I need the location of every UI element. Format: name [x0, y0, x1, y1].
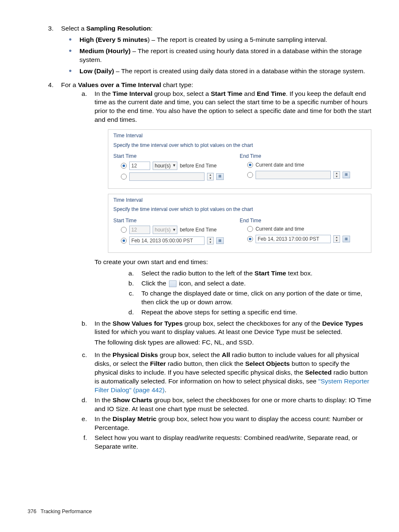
hours-input[interactable]: 12: [129, 226, 150, 234]
end-current-radio[interactable]: [247, 226, 253, 232]
step-number: 3.: [28, 24, 61, 78]
end-specific-radio[interactable]: [247, 236, 253, 242]
end-date-input[interactable]: [256, 171, 331, 179]
spinner[interactable]: ▲▼: [333, 235, 340, 243]
step4c: c. In the Physical Disks group box, sele…: [61, 351, 371, 395]
calendar-icon: [169, 280, 176, 287]
current-label: Current date and time: [256, 162, 304, 168]
end-label: End Time: [240, 153, 366, 159]
bullet-medium: •Medium (Hourly) – The report is created…: [61, 47, 371, 64]
own-c: c.To change the displayed date or time, …: [108, 289, 371, 307]
before-label: before End Time: [180, 162, 217, 169]
start-specific-radio[interactable]: [121, 174, 127, 180]
spinner[interactable]: ▲▼: [207, 173, 214, 180]
bullet-text: Low (Daily) – The report is created usin…: [79, 67, 371, 76]
bullet-dot: •: [61, 36, 79, 44]
page-number: 376: [28, 509, 36, 514]
start-date-input[interactable]: [129, 172, 205, 181]
chevron-down-icon: ▼: [172, 228, 176, 232]
step4e: e. In the Display Metric group box, sele…: [61, 415, 371, 432]
step4-lead: For a: [61, 81, 78, 88]
step4d: d. In the Show Charts group box, select …: [61, 396, 371, 414]
bullet-low: •Low (Daily) – The report is created usi…: [61, 67, 371, 76]
end-time-column: End Time Current date and time Feb 14, 2…: [240, 217, 366, 247]
hours-input[interactable]: 12: [129, 162, 150, 170]
group-title: Time Interval: [113, 132, 366, 139]
step4-tail: chart type:: [161, 81, 193, 88]
spinner[interactable]: ▲▼: [333, 171, 340, 179]
step-content: Select a Sampling Resolution: •High (Eve…: [61, 24, 371, 78]
unit-dropdown[interactable]: hour(s)▼: [153, 162, 177, 170]
footer-title: Tracking Performance: [41, 509, 92, 514]
step4f: f. Select how you want to display read/w…: [61, 434, 371, 451]
chevron-down-icon: ▼: [172, 164, 176, 167]
calendar-icon[interactable]: ▦: [343, 236, 350, 242]
step3-lead: Select a: [61, 25, 86, 32]
own-a: a.Select the radio button to the left of…: [108, 269, 371, 278]
spinner[interactable]: ▲▼: [207, 237, 214, 244]
step4-substeps: a. In the Time Interval group box, selec…: [61, 90, 371, 451]
document-page: 3. Select a Sampling Resolution: •High (…: [0, 0, 399, 532]
own-b: b.Click the icon, and select a date.: [108, 279, 371, 288]
group-subtitle: Specify the time interval over which to …: [113, 142, 366, 149]
bullet-dot: •: [61, 47, 79, 64]
step-number: 4.: [28, 81, 61, 452]
step-4: 4. For a Values over a Time Interval cha…: [28, 81, 371, 452]
time-interval-figure-1: Time Interval Specify the time interval …: [108, 129, 371, 188]
subletter: a.: [61, 90, 95, 318]
end-label: End Time: [240, 217, 366, 224]
current-label: Current date and time: [256, 226, 304, 232]
step-3: 3. Select a Sampling Resolution: •High (…: [28, 24, 371, 78]
subtext: In the Time Interval group box, select a…: [95, 90, 371, 318]
step4b: b. In the Show Values for Types group bo…: [61, 319, 371, 350]
own-intro: To create your own start and end times:: [95, 258, 371, 267]
step4-bold: Values over a Time Interval: [78, 81, 161, 88]
calendar-icon[interactable]: ▦: [343, 172, 350, 178]
sampling-bullets: •High (Every 5 minutes) – The report is …: [61, 36, 371, 76]
end-current-radio[interactable]: [247, 162, 253, 168]
step3-tail: :: [151, 25, 152, 32]
unit-dropdown[interactable]: hour(s)▼: [153, 226, 177, 234]
before-label: before End Time: [180, 226, 217, 233]
end-date-input[interactable]: Feb 14, 2013 17:00:00 PST: [256, 235, 331, 243]
start-relative-radio[interactable]: [121, 227, 127, 233]
disk-types-note: The following disk types are allowed: FC…: [95, 338, 371, 347]
end-specific-radio[interactable]: [247, 172, 253, 178]
end-time-column: End Time Current date and time ▲▼: [240, 153, 366, 183]
step-content: For a Values over a Time Interval chart …: [61, 81, 371, 452]
own-d: d.Repeat the above steps for setting a s…: [108, 308, 371, 317]
bullet-text: High (Every 5 minutes) – The report is c…: [79, 36, 371, 44]
bullet-text: Medium (Hourly) – The report is created …: [79, 47, 371, 64]
time-interval-figure-2: Time Interval Specify the time interval …: [108, 194, 371, 253]
start-time-column: Start Time 12 hour(s)▼ before End Time: [113, 217, 240, 247]
start-date-input[interactable]: Feb 14, 2013 05:00:00 PST: [129, 236, 205, 245]
start-label: Start Time: [113, 217, 240, 224]
bullet-dot: •: [61, 67, 79, 76]
main-ordered-list: 3. Select a Sampling Resolution: •High (…: [28, 24, 371, 452]
start-specific-radio[interactable]: [121, 238, 127, 244]
group-subtitle: Specify the time interval over which to …: [113, 206, 366, 213]
start-time-column: Start Time 12 hour(s)▼ before End Time: [113, 153, 240, 183]
start-relative-radio[interactable]: [121, 163, 127, 169]
page-footer: 376 Tracking Performance: [28, 508, 92, 515]
step4a: a. In the Time Interval group box, selec…: [61, 90, 371, 318]
calendar-icon[interactable]: ▦: [216, 173, 224, 180]
bullet-high: •High (Every 5 minutes) – The report is …: [61, 36, 371, 44]
start-label: Start Time: [113, 153, 240, 159]
step3-bold: Sampling Resolution: [86, 25, 151, 32]
group-title: Time Interval: [113, 197, 366, 203]
calendar-icon[interactable]: ▦: [216, 237, 224, 244]
own-steps: a.Select the radio button to the left of…: [108, 269, 371, 317]
